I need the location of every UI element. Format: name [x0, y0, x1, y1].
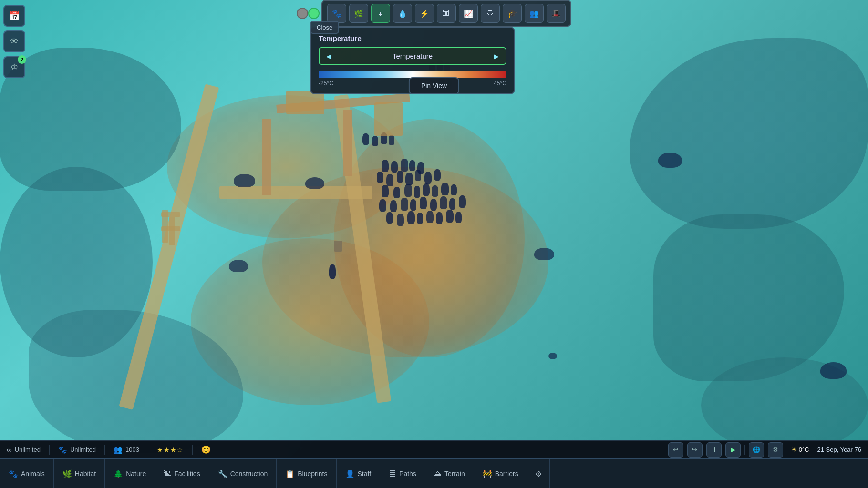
- terrain-nav-item[interactable]: ⛰ Terrain: [425, 459, 474, 488]
- facilities-nav-item[interactable]: 🏗 Facilities: [155, 459, 209, 488]
- fence-vertical-2: [169, 217, 175, 245]
- animals-toolbar-button[interactable]: 🐾: [327, 4, 346, 23]
- sep-3: [148, 445, 148, 455]
- barriers-nav-label: Barriers: [495, 470, 518, 478]
- cross-path: [219, 186, 372, 199]
- date-display: 21 Sep, Year 76: [817, 446, 861, 453]
- crowd-cluster: [377, 157, 482, 253]
- blueprints-nav-label: Blueprints: [298, 470, 327, 478]
- population-count: 👥 1003: [114, 446, 139, 454]
- pause-icon: ⏸: [711, 446, 717, 453]
- shield-toolbar-button[interactable]: 🛡: [481, 4, 500, 23]
- lone-person: [329, 264, 336, 279]
- habitat-nav-label: Habitat: [75, 470, 96, 478]
- animals-nav-item[interactable]: 🐾 Animals: [0, 459, 54, 488]
- globe-icon: 🌐: [753, 446, 760, 453]
- barriers-nav-icon: 🚧: [483, 469, 492, 478]
- animal-3: [229, 260, 248, 272]
- bottom-container: ∞ Unlimited 🐾 Unlimited 👥 1003 ★★★☆ 😊 ↩ …: [0, 440, 868, 488]
- settings-button[interactable]: ⚙: [768, 442, 783, 458]
- tree-cluster-right-2: [653, 214, 844, 381]
- close-button[interactable]: Close: [310, 21, 339, 34]
- water-toolbar-icon: 💧: [398, 9, 407, 18]
- current-temp-value: 0°C: [799, 446, 809, 453]
- globe-button[interactable]: 🌐: [749, 442, 764, 458]
- undo-icon: ↩: [673, 446, 678, 453]
- fence-post-2: [343, 110, 352, 176]
- play-button[interactable]: ▶: [725, 442, 741, 458]
- construction-nav-item[interactable]: 🔧 Construction: [209, 459, 277, 488]
- construction-nav-label: Construction: [230, 470, 268, 478]
- terrain-nav-label: Terrain: [444, 470, 465, 478]
- director-toolbar-button[interactable]: 🎩: [547, 4, 566, 23]
- star-rating: ★★★☆: [157, 446, 184, 454]
- staff-toolbar-button[interactable]: 👥: [525, 4, 544, 23]
- terrain-nav-icon: ⛰: [434, 469, 442, 478]
- habitat-toolbar-button[interactable]: 🌿: [349, 4, 368, 23]
- paths-nav-label: Paths: [399, 470, 416, 478]
- habitat-toolbar-icon: 🌿: [354, 9, 363, 18]
- sep-temp: [787, 445, 787, 455]
- person-1: [362, 133, 369, 145]
- finance-toolbar-button[interactable]: 📈: [459, 4, 478, 23]
- redo-button[interactable]: ↪: [687, 442, 703, 458]
- temp-min-label: -25°C: [319, 80, 333, 87]
- date-value: 21 Sep, Year 76: [817, 446, 861, 453]
- animal-small: [548, 353, 557, 359]
- extra-nav-item[interactable]: ⚙: [527, 459, 550, 488]
- animals-nav-icon: 🐾: [9, 469, 18, 478]
- water-toolbar-button[interactable]: 💧: [393, 4, 412, 23]
- staff-toolbar-icon: 👥: [529, 9, 539, 18]
- money-value: Unlimited: [15, 446, 41, 453]
- nav-bar: 🐾 Animals 🌿 Habitat 🌲 Nature 🏗 Facilitie…: [0, 458, 868, 488]
- staff-nav-item[interactable]: 👤 Staff: [337, 459, 381, 488]
- fence-post: [262, 119, 271, 195]
- sep-1: [49, 445, 50, 455]
- pause-button[interactable]: ⏸: [706, 442, 722, 458]
- person-4: [389, 135, 394, 145]
- building-toolbar-button[interactable]: 🏛: [437, 4, 456, 23]
- toolbar-dot-active[interactable]: [308, 8, 320, 19]
- animal-bottom-right: [820, 362, 847, 379]
- toolbar-dot-inactive[interactable]: [297, 8, 308, 19]
- sep-4: [192, 445, 193, 455]
- extra-nav-icon: ⚙: [535, 469, 542, 478]
- play-icon: ▶: [731, 446, 735, 453]
- stars-display: ★★★☆: [157, 446, 184, 454]
- facilities-nav-label: Facilities: [174, 470, 200, 478]
- power-toolbar-icon: ⚡: [420, 9, 429, 18]
- selector-arrow-right[interactable]: ▶: [494, 52, 499, 60]
- undo-button[interactable]: ↩: [668, 442, 683, 458]
- chess-button[interactable]: ♔ 2: [3, 56, 25, 78]
- smiley-icon: 😊: [201, 445, 211, 454]
- temperature-selector[interactable]: ◀ Temperature ▶: [319, 47, 506, 65]
- money-unlimited: ∞ Unlimited: [7, 446, 41, 454]
- animals-unlimited: 🐾 Unlimited: [58, 446, 96, 454]
- population-icon: 👥: [114, 446, 123, 454]
- animal-1: [234, 174, 255, 187]
- pin-view-button[interactable]: Pin View: [409, 77, 459, 94]
- trash-can: [334, 241, 342, 252]
- redo-icon: ↪: [692, 446, 697, 453]
- blueprints-nav-icon: 📋: [285, 469, 295, 478]
- blueprints-nav-item[interactable]: 📋 Blueprints: [277, 459, 336, 488]
- animal-2: [305, 177, 324, 189]
- construction-nav-icon: 🔧: [218, 469, 227, 478]
- eye-button[interactable]: 👁: [3, 30, 25, 52]
- building-toolbar-icon: 🏛: [443, 9, 450, 18]
- temperature-toolbar-button[interactable]: 🌡: [371, 4, 390, 23]
- paths-nav-item[interactable]: 🛤 Paths: [380, 459, 425, 488]
- education-toolbar-button[interactable]: 🎓: [503, 4, 522, 23]
- habitat-nav-item[interactable]: 🌿 Habitat: [54, 459, 105, 488]
- selector-arrow-left[interactable]: ◀: [326, 52, 331, 60]
- nature-nav-icon: 🌲: [114, 469, 123, 478]
- temperature-panel-title: Temperature: [319, 34, 506, 42]
- nature-nav-item[interactable]: 🌲 Nature: [105, 459, 155, 488]
- calendar-button[interactable]: 📅: [3, 5, 25, 27]
- power-toolbar-button[interactable]: ⚡: [415, 4, 434, 23]
- fence-horiz-2: [161, 226, 180, 231]
- animals-toolbar-icon: 🐾: [332, 9, 341, 18]
- barriers-nav-item[interactable]: 🚧 Barriers: [474, 459, 527, 488]
- animal-4: [534, 248, 554, 260]
- happiness-indicator: 😊: [201, 445, 211, 454]
